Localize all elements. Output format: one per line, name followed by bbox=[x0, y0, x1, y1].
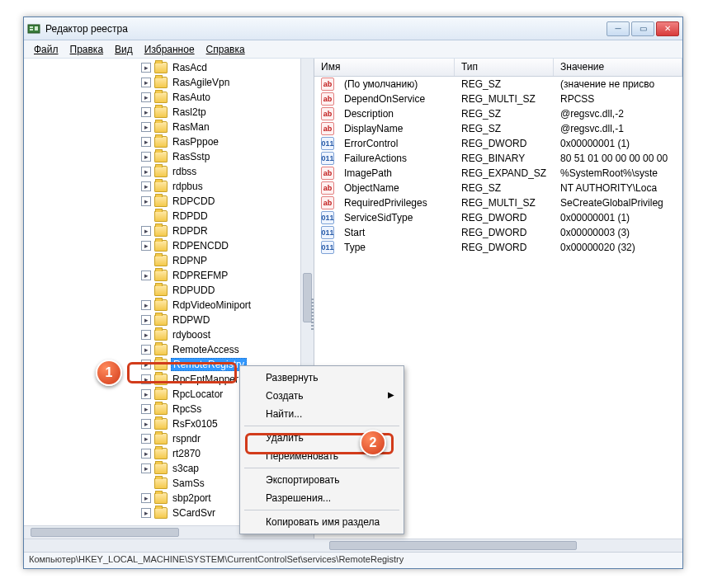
menu-file[interactable]: Файл bbox=[29, 42, 64, 57]
expand-toggle-icon[interactable]: ▸ bbox=[141, 389, 151, 399]
folder-icon bbox=[154, 106, 168, 118]
tree-item-raspppoe[interactable]: ▸RasPppoe bbox=[24, 134, 300, 149]
tree-item-rdpdr[interactable]: ▸RDPDR bbox=[24, 223, 300, 238]
tree-item-rasl2tp[interactable]: ▸Rasl2tp bbox=[24, 105, 300, 120]
menu-help[interactable]: Справка bbox=[201, 42, 250, 57]
value-data: 0x00000001 (1) bbox=[554, 212, 682, 223]
cm-find[interactable]: Найти... bbox=[243, 405, 401, 423]
expand-toggle-icon[interactable]: ▸ bbox=[141, 449, 151, 459]
tree-item-rassstp[interactable]: ▸RasSstp bbox=[24, 149, 300, 164]
value-row[interactable]: 011TypeREG_DWORD0x00000020 (32) bbox=[314, 240, 682, 255]
expand-toggle-icon[interactable]: ▸ bbox=[141, 181, 151, 191]
expand-toggle-icon[interactable]: ▸ bbox=[141, 270, 151, 280]
tree-item-rdpvideominiport[interactable]: ▸RdpVideoMiniport bbox=[24, 298, 300, 313]
tree-item-label: RsFx0105 bbox=[171, 418, 219, 430]
expand-toggle-icon[interactable]: ▸ bbox=[141, 345, 151, 355]
folder-icon bbox=[154, 92, 168, 103]
expand-toggle-icon[interactable]: ▸ bbox=[141, 196, 151, 206]
folder-icon bbox=[154, 448, 168, 459]
expand-toggle-icon[interactable]: ▸ bbox=[141, 315, 151, 325]
expand-toggle-icon[interactable]: ▸ bbox=[141, 300, 151, 310]
value-row[interactable]: 011StartREG_DWORD0x00000003 (3) bbox=[314, 225, 682, 240]
tree-item-rasagilevpn[interactable]: ▸RasAgileVpn bbox=[24, 75, 300, 90]
value-row[interactable]: 011ServiceSidTypeREG_DWORD0x00000001 (1) bbox=[314, 210, 682, 225]
folder-icon bbox=[154, 433, 168, 445]
expand-toggle-icon[interactable]: ▸ bbox=[141, 92, 151, 102]
menu-edit[interactable]: Правка bbox=[65, 42, 109, 57]
tree-item-rdpdd[interactable]: RDPDD bbox=[24, 209, 300, 223]
expand-toggle-icon[interactable]: ▸ bbox=[141, 374, 151, 384]
cm-copy-key-name[interactable]: Копировать имя раздела bbox=[243, 513, 401, 531]
expand-toggle-icon[interactable]: ▸ bbox=[141, 78, 151, 87]
cm-new[interactable]: Создать▶ bbox=[243, 387, 401, 405]
value-type: REG_EXPAND_SZ bbox=[455, 167, 554, 179]
value-row[interactable]: abDisplayNameREG_SZ@regsvc.dll,-1 bbox=[314, 121, 682, 136]
folder-icon bbox=[154, 225, 168, 237]
expand-toggle-icon[interactable]: ▸ bbox=[141, 167, 151, 176]
tree-item-rdpudd[interactable]: RDPUDD bbox=[24, 283, 300, 298]
value-type: REG_SZ bbox=[455, 123, 554, 134]
expand-toggle-icon[interactable]: ▸ bbox=[141, 419, 151, 429]
value-row[interactable]: abObjectNameREG_SZNT AUTHORITY\Loca bbox=[314, 181, 682, 195]
callout-2: 2 bbox=[360, 430, 386, 456]
expand-toggle-icon[interactable]: ▸ bbox=[141, 107, 151, 117]
close-button[interactable]: ✕ bbox=[656, 21, 679, 36]
tree-item-label: rt2870 bbox=[171, 448, 202, 459]
value-row[interactable]: 011ErrorControlREG_DWORD0x00000001 (1) bbox=[314, 136, 682, 151]
menu-view[interactable]: Вид bbox=[110, 42, 138, 57]
expand-toggle-icon[interactable]: ▸ bbox=[141, 360, 151, 369]
value-row[interactable]: abImagePathREG_EXPAND_SZ%SystemRoot%\sys… bbox=[314, 166, 682, 181]
tree-item-rdbss[interactable]: ▸rdbss bbox=[24, 164, 300, 179]
tree-item-rasacd[interactable]: ▸RasAcd bbox=[24, 60, 300, 75]
scroll-thumb[interactable] bbox=[329, 541, 577, 550]
cm-expand[interactable]: Развернуть bbox=[243, 369, 401, 387]
value-type: REG_DWORD bbox=[455, 212, 554, 223]
column-name[interactable]: Имя bbox=[314, 59, 455, 76]
svg-rect-1 bbox=[30, 26, 33, 28]
folder-icon bbox=[154, 463, 168, 474]
column-type[interactable]: Тип bbox=[455, 59, 554, 76]
tree-item-rdyboost[interactable]: ▸rdyboost bbox=[24, 327, 300, 342]
column-value[interactable]: Значение bbox=[554, 59, 682, 76]
expand-toggle-icon[interactable]: ▸ bbox=[141, 434, 151, 444]
scroll-thumb[interactable] bbox=[31, 528, 179, 537]
expand-toggle-icon[interactable]: ▸ bbox=[141, 493, 151, 503]
expand-toggle-icon[interactable]: ▸ bbox=[141, 508, 151, 518]
value-row[interactable]: abDescriptionREG_SZ@regsvc.dll,-2 bbox=[314, 106, 682, 121]
tree-item-rasman[interactable]: ▸RasMan bbox=[24, 120, 300, 134]
expand-toggle-icon[interactable]: ▸ bbox=[141, 463, 151, 473]
folder-icon bbox=[154, 285, 168, 296]
expand-toggle-icon[interactable]: ▸ bbox=[141, 226, 151, 236]
folder-icon bbox=[154, 195, 168, 207]
value-row[interactable]: abDependOnServiceREG_MULTI_SZRPCSS bbox=[314, 92, 682, 106]
cm-separator bbox=[244, 426, 399, 426]
folder-icon bbox=[154, 77, 168, 88]
tree-item-rdpencdd[interactable]: ▸RDPENCDD bbox=[24, 238, 300, 253]
tree-item-rdpbus[interactable]: ▸rdpbus bbox=[24, 179, 300, 194]
tree-item-rdprefmp[interactable]: ▸RDPREFMP bbox=[24, 268, 300, 283]
titlebar[interactable]: Редактор реестра ─ ▭ ✕ bbox=[24, 17, 682, 40]
tree-item-remoteaccess[interactable]: ▸RemoteAccess bbox=[24, 342, 300, 357]
expand-toggle-icon[interactable]: ▸ bbox=[141, 241, 151, 251]
maximize-button[interactable]: ▭ bbox=[631, 21, 654, 36]
tree-item-rasauto[interactable]: ▸RasAuto bbox=[24, 90, 300, 105]
tree-item-rdpwd[interactable]: ▸RDPWD bbox=[24, 313, 300, 327]
expand-toggle-icon[interactable]: ▸ bbox=[141, 404, 151, 414]
expand-toggle-icon[interactable]: ▸ bbox=[141, 122, 151, 132]
tree-item-label: RdpVideoMiniport bbox=[171, 299, 253, 311]
minimize-button[interactable]: ─ bbox=[607, 21, 630, 36]
value-row[interactable]: 011FailureActionsREG_BINARY80 51 01 00 0… bbox=[314, 151, 682, 166]
value-row[interactable]: abRequiredPrivilegesREG_MULTI_SZSeCreate… bbox=[314, 195, 682, 210]
menu-favorites[interactable]: Избранное bbox=[139, 42, 200, 57]
cm-permissions[interactable]: Разрешения... bbox=[243, 489, 401, 507]
expand-toggle-icon[interactable]: ▸ bbox=[141, 137, 151, 147]
tree-item-rdpnp[interactable]: RDPNP bbox=[24, 253, 300, 268]
cm-export[interactable]: Экспортировать bbox=[243, 471, 401, 489]
expand-toggle-icon[interactable]: ▸ bbox=[141, 330, 151, 340]
expand-toggle-icon[interactable]: ▸ bbox=[141, 152, 151, 162]
value-row[interactable]: ab(По умолчанию)REG_SZ(значение не присв… bbox=[314, 77, 682, 92]
expand-toggle-icon[interactable]: ▸ bbox=[141, 63, 151, 73]
main-horizontal-scrollbar[interactable] bbox=[24, 539, 682, 552]
callout-1: 1 bbox=[96, 360, 122, 386]
tree-item-rdpcdd[interactable]: ▸RDPCDD bbox=[24, 194, 300, 209]
